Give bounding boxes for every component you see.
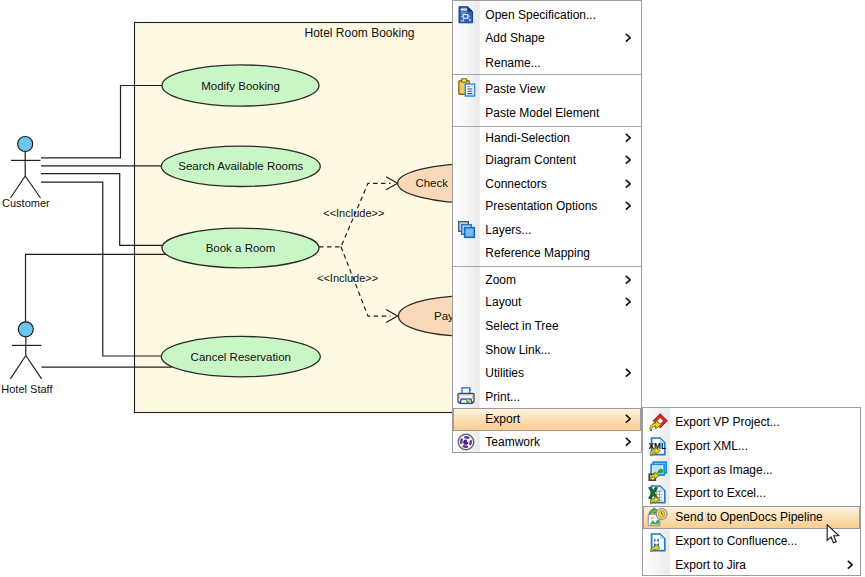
svg-text:<<Include>>: <<Include>> <box>323 207 384 219</box>
svg-text:Hotel Staff: Hotel Staff <box>1 383 53 395</box>
svg-text:Hotel Room Booking: Hotel Room Booking <box>304 26 414 40</box>
svg-text:Search Available Rooms: Search Available Rooms <box>178 160 303 172</box>
svg-text:Customer: Customer <box>2 197 50 209</box>
svg-text:Book a Room: Book a Room <box>206 242 276 254</box>
svg-text:<<Include>>: <<Include>> <box>317 272 378 284</box>
svg-text:Cancel Reservation: Cancel Reservation <box>191 351 291 363</box>
svg-text:Modify Booking: Modify Booking <box>201 80 280 92</box>
